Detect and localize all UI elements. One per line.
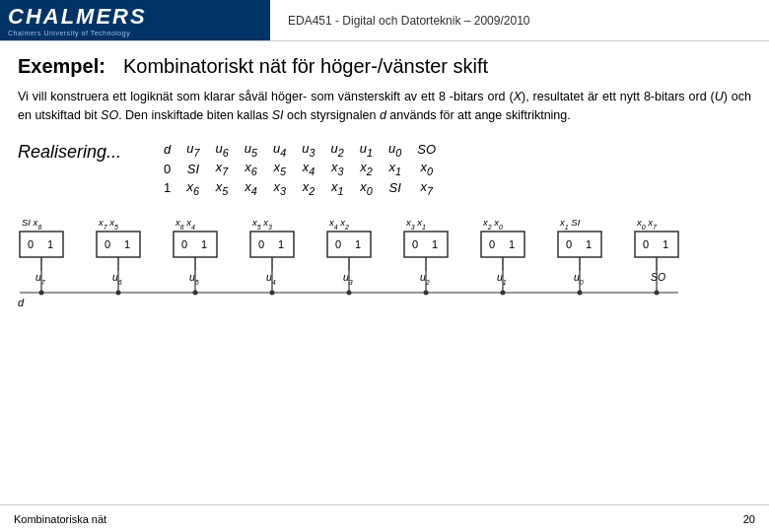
d-tap-dot-2 — [193, 290, 198, 295]
mux4-top-label: x4 x2 — [328, 217, 349, 231]
example-label: Exempel: — [18, 55, 105, 78]
mux6-top-label: x2 x0 — [482, 217, 503, 231]
mux8-val0: 0 — [643, 238, 649, 250]
row0-u2: x3 — [323, 159, 352, 178]
footer-right: 20 — [743, 513, 755, 525]
mux1-val0: 0 — [105, 238, 110, 250]
row0-u5: x6 — [237, 159, 265, 178]
mux7-top-label: x1 SI — [559, 217, 581, 231]
d-tap-dot-3 — [270, 290, 275, 295]
mux5-box — [404, 232, 448, 257]
mux2-bottom-label: u5 — [189, 271, 199, 286]
mux2-val0: 0 — [181, 238, 187, 250]
mux8-bottom-label: SO — [651, 271, 665, 283]
col-u6: u6 — [208, 140, 237, 160]
mux2-val1: 1 — [201, 238, 207, 250]
mux4-box — [327, 232, 371, 257]
mux0-val1: 1 — [47, 238, 53, 250]
mux2-top-label: x6 x4 — [175, 217, 195, 231]
realisering-row: Realisering... d u7 u6 u5 u4 u3 u2 u1 u0… — [18, 140, 751, 198]
mux5-top-label: x3 x1 — [405, 217, 426, 231]
logo-text: CHALMERS — [8, 4, 262, 30]
row1-u3: x2 — [294, 178, 322, 198]
mux1-bottom-label: u6 — [112, 271, 122, 286]
header-title: EDA451 - Digital och Datorteknik – 2009/… — [270, 14, 769, 28]
mux6-box — [481, 232, 524, 257]
mux7-bottom-label: u0 — [574, 271, 584, 286]
row1-u0: SI — [381, 178, 409, 198]
mux8-top-label: x0 x7 — [636, 217, 658, 231]
d-tap-dot-1 — [116, 290, 121, 295]
d-line-label: d — [18, 297, 25, 308]
row1-u7: x6 — [178, 178, 207, 198]
col-u3: u3 — [294, 140, 322, 160]
row0-u4: x5 — [265, 159, 294, 178]
row1-u5: x4 — [237, 178, 265, 198]
logo-sub: Chalmers University of Technology — [8, 30, 262, 36]
mux6-bottom-label: u1 — [497, 271, 507, 286]
footer-left: Kombinatoriska nät — [14, 513, 106, 525]
table-row-0: 0 SI x7 x6 x5 x4 x3 x2 x1 x0 — [156, 159, 444, 178]
row0-so: x0 — [409, 159, 444, 178]
mux6-val0: 0 — [489, 238, 495, 250]
truth-table: d u7 u6 u5 u4 u3 u2 u1 u0 SO 0 SI x7 x6 … — [156, 140, 444, 198]
mux7-val0: 0 — [566, 238, 572, 250]
d-tap-dot-0 — [39, 290, 44, 295]
mux4-val0: 0 — [335, 238, 341, 250]
mux0-box — [20, 232, 63, 257]
row1-d: 1 — [156, 178, 178, 198]
d-tap-dot-8 — [655, 290, 660, 295]
mux5-val0: 0 — [412, 238, 418, 250]
mux0-top-label: SI x6 — [22, 217, 41, 231]
row1-u4: x3 — [265, 178, 294, 198]
col-u4: u4 — [265, 140, 294, 160]
row0-u1: x2 — [352, 159, 381, 178]
row0-u3: x4 — [294, 159, 322, 178]
mux7-val1: 1 — [586, 238, 592, 250]
row0-u6: x7 — [208, 159, 237, 178]
row0-u0: x1 — [381, 159, 409, 178]
circuit-diagram: .mux-top { font-size: 9.5px; font-style:… — [18, 214, 751, 335]
mux4-val1: 1 — [355, 238, 361, 250]
header: CHALMERS Chalmers University of Technolo… — [0, 0, 769, 41]
page-title-row: Exempel: Kombinatoriskt nät för höger-/v… — [18, 55, 751, 78]
row0-u7: SI — [178, 159, 207, 178]
d-tap-dot-4 — [347, 290, 352, 295]
mux7-box — [558, 232, 601, 257]
mux3-val1: 1 — [278, 238, 284, 250]
mux3-bottom-label: u4 — [266, 271, 276, 286]
d-tap-dot-7 — [578, 290, 583, 295]
mux3-val0: 0 — [258, 238, 264, 250]
col-so: SO — [409, 140, 444, 160]
description: Vi vill konstruera ett logiknät som klar… — [18, 88, 751, 126]
mux3-box — [250, 232, 294, 257]
mux1-top-label: x7 x5 — [98, 217, 118, 231]
circuit-svg: .mux-top { font-size: 9.5px; font-style:… — [18, 214, 755, 332]
main-content: Exempel: Kombinatoriskt nät för höger-/v… — [0, 41, 769, 345]
mux8-val1: 1 — [663, 238, 668, 250]
footer: Kombinatoriska nät 20 — [0, 504, 769, 532]
mux5-val1: 1 — [432, 238, 438, 250]
page-title: Kombinatoriskt nät för höger-/vänster sk… — [123, 55, 488, 78]
mux0-val0: 0 — [28, 238, 34, 250]
mux2-box — [174, 232, 217, 257]
mux6-val1: 1 — [509, 238, 515, 250]
table-header-row: d u7 u6 u5 u4 u3 u2 u1 u0 SO — [156, 140, 444, 160]
col-u2: u2 — [323, 140, 352, 160]
mux4-bottom-label: u3 — [343, 271, 353, 286]
mux8-box — [635, 232, 678, 257]
col-u0: u0 — [381, 140, 409, 160]
row1-so: x7 — [409, 178, 444, 198]
row1-u1: x0 — [352, 178, 381, 198]
row1-u6: x5 — [208, 178, 237, 198]
mux1-val1: 1 — [124, 238, 130, 250]
row1-u2: x1 — [323, 178, 352, 198]
col-d: d — [156, 140, 178, 160]
row0-d: 0 — [156, 159, 178, 178]
mux5-bottom-label: u2 — [420, 271, 430, 286]
d-tap-dot-6 — [501, 290, 506, 295]
col-u5: u5 — [237, 140, 265, 160]
col-u7: u7 — [178, 140, 207, 160]
mux3-top-label: x5 x3 — [251, 217, 272, 231]
mux1-box — [97, 232, 140, 257]
